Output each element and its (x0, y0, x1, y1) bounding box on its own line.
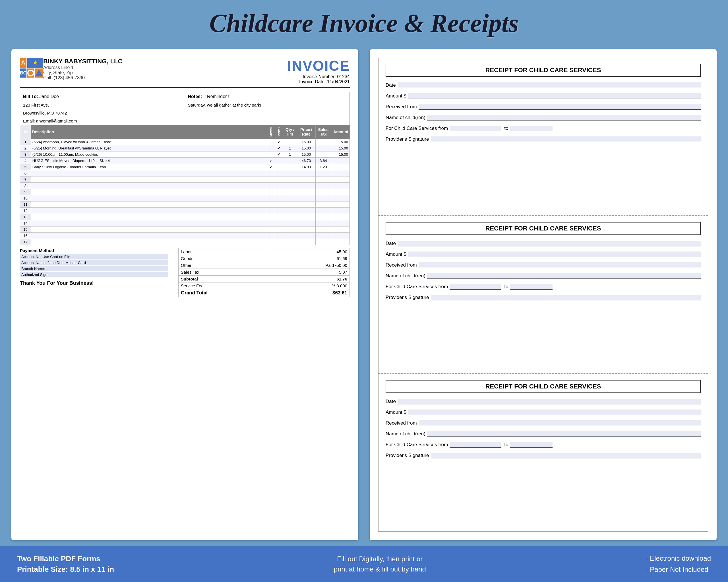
receipt-1-name: Name of child(ren) (386, 115, 701, 120)
bill-address2: Brownsville, MO 78742 (20, 109, 185, 117)
invoice-table: Line Description Goods Labor Qty / Hrs P… (20, 125, 350, 245)
services-to-line-1[interactable] (510, 126, 552, 131)
page-header: Childcare Invoice & Receipts (0, 0, 728, 44)
footer-left-line1: Two Fillable PDF Forms (17, 554, 114, 564)
account-name-label: Account Name: (21, 260, 47, 265)
receipt-2: RECEIPT FOR CHILD CARE SERVICES Date Amo… (378, 216, 708, 374)
signature-label-1: Provider's Signature (386, 136, 429, 142)
summary-service-fee-row: Service Fee % 3.000 (178, 282, 349, 289)
amount-label-3: Amount $ (386, 410, 406, 415)
cell-tax (316, 195, 331, 201)
company-text: BINKY BABYSITTING, LLC Address Line 1 Ci… (43, 58, 122, 80)
receipt-2-date: Date (386, 241, 701, 246)
cell-price (297, 226, 316, 232)
amount-line-3[interactable] (408, 410, 701, 415)
cell-price: 14.99 (297, 164, 316, 170)
cell-amount (331, 195, 350, 201)
goods-value: 61.69 (271, 255, 350, 262)
cell-tax (316, 145, 331, 151)
invoice-header: A ★ BC BINKY BABYSITTING, LLC Address Li… (20, 58, 350, 88)
th-sales-tax: Sales Tax (316, 125, 331, 139)
cell-goods (267, 170, 275, 176)
received-line-2[interactable] (419, 262, 701, 268)
name-line-1[interactable] (427, 115, 701, 120)
footer-center-line1: Fill out Digitally, then print or (334, 554, 426, 564)
cell-line: 16 (20, 232, 31, 239)
cell-labor (275, 170, 283, 176)
cell-tax (316, 239, 331, 245)
signature-line-2[interactable] (431, 295, 701, 300)
bill-to-name: Jane Doe (39, 94, 59, 99)
company-address2: City, State, Zip (43, 70, 122, 75)
invoice-number: 01234 (337, 74, 350, 79)
cell-line: 1 (20, 139, 31, 145)
receipt-1-date: Date (386, 82, 701, 88)
payment-info: Payment Method Account No: Use Card on F… (20, 248, 168, 297)
cell-tax (316, 220, 331, 226)
cell-labor (275, 214, 283, 220)
services-from-line-1[interactable] (449, 126, 501, 131)
cell-line: 14 (20, 220, 31, 226)
signature-line-3[interactable] (431, 453, 701, 459)
amount-line-1[interactable] (408, 93, 701, 99)
subtotal-value: 61.76 (271, 275, 350, 282)
receipt-1-received: Received from (386, 104, 701, 110)
notes-extra (185, 109, 350, 117)
cell-qty (283, 164, 297, 170)
footer-right-line2: - Paper Not Included (646, 564, 711, 575)
receipt-3-services: For Child Care Services from to (386, 442, 701, 448)
footer-center: Fill out Digitally, then print or print … (334, 554, 426, 574)
date-label-2: Date (386, 241, 396, 246)
received-line-3[interactable] (419, 420, 701, 426)
cell-desc (31, 239, 267, 245)
table-row: 6 (20, 170, 350, 176)
cell-labor: ✔ (275, 151, 283, 158)
cell-tax (316, 176, 331, 183)
bill-address1: 123 First Ave. (20, 101, 185, 109)
logo-b: BC (20, 68, 26, 78)
receipt-1-services: For Child Care Services from to (386, 126, 701, 131)
name-label-2: Name of child(ren) (386, 273, 425, 279)
amount-line-2[interactable] (408, 251, 701, 257)
cell-price (297, 170, 316, 176)
receipt-3-name: Name of child(ren) (386, 431, 701, 437)
table-row: 15 (20, 226, 350, 232)
name-line-2[interactable] (427, 273, 701, 279)
cell-amount (331, 158, 350, 164)
cell-tax (316, 189, 331, 195)
notes-detail: Saturday, we all gather at the city park… (185, 101, 350, 109)
cell-price: 15.00 (297, 151, 316, 158)
signature-line-1[interactable] (431, 136, 701, 142)
cell-line: 7 (20, 176, 31, 183)
cell-goods (267, 145, 275, 151)
footer-right-line1: - Electronic download (646, 553, 711, 564)
services-to-line-3[interactable] (510, 442, 552, 448)
cell-desc (31, 201, 267, 207)
cell-price (297, 201, 316, 207)
cell-line: 9 (20, 189, 31, 195)
date-label-1: Date (386, 82, 396, 88)
services-label-1: For Child Care Services from (386, 126, 448, 131)
cell-qty (283, 183, 297, 189)
cell-desc (31, 207, 267, 214)
date-line-3[interactable] (397, 399, 701, 405)
name-label-1: Name of child(ren) (386, 115, 425, 120)
cell-qty (283, 189, 297, 195)
cell-qty: 1 (283, 139, 297, 145)
grand-total-value: $63.61 (271, 289, 350, 297)
date-line-1[interactable] (397, 82, 701, 88)
table-row: 13 (20, 214, 350, 220)
name-line-3[interactable] (427, 431, 701, 437)
date-line-2[interactable] (397, 241, 701, 246)
received-line-1[interactable] (419, 104, 701, 110)
services-from-line-2[interactable] (449, 284, 501, 289)
services-to-line-2[interactable] (510, 284, 552, 289)
services-from-line-3[interactable] (449, 442, 501, 448)
summary-grand-total-row: Grand Total $63.61 (178, 289, 349, 297)
th-line: Line (20, 125, 31, 139)
receipt-3-title: RECEIPT FOR CHILD CARE SERVICES (386, 380, 701, 393)
main-content: A ★ BC BINKY BABYSITTING, LLC Address Li… (0, 44, 728, 546)
receipt-1-signature: Provider's Signature (386, 136, 701, 142)
cell-amount (331, 214, 350, 220)
cell-amount (331, 201, 350, 207)
